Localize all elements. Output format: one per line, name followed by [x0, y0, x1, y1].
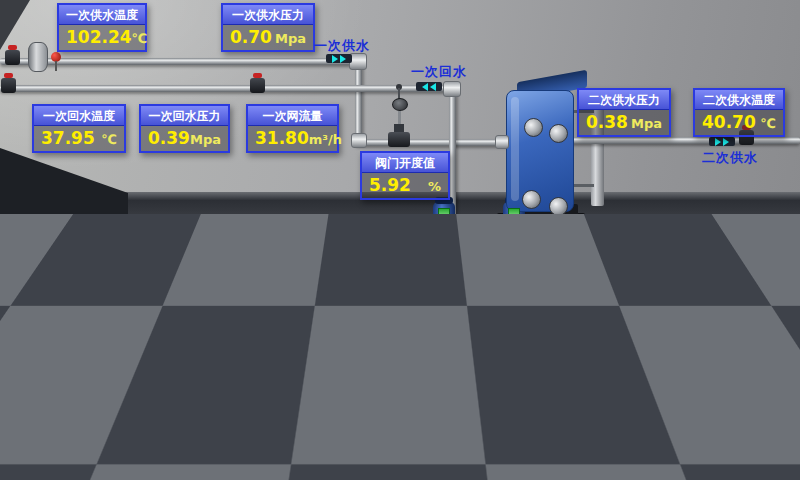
flow-arrow-icon	[709, 137, 735, 146]
readout-unit: Mpa	[190, 132, 221, 147]
readout-value: 31.80	[255, 128, 309, 148]
readout-title: 阀门开度值	[362, 153, 448, 173]
readout-title: 一次网流量	[248, 106, 337, 126]
pump-motor-cap	[227, 385, 243, 391]
readout-primary-supply-pressure[interactable]: 一次供水压力0.70Mpa	[221, 3, 315, 52]
pipe-pump-manifold-lower	[418, 275, 564, 282]
flow-arrow-icon	[486, 291, 512, 300]
readout-value: 102.24	[66, 27, 132, 47]
ball-valve[interactable]	[544, 306, 559, 321]
readout-primary-flow[interactable]: 一次网流量31.80m³/h	[246, 104, 339, 153]
readout-unit: ℃	[101, 132, 117, 147]
pump-flange	[250, 423, 265, 434]
readout-title: 一次回水压力	[141, 106, 228, 126]
readout-value-row: 0.27Mpa	[579, 265, 669, 290]
flow-arrow-icon	[524, 327, 550, 336]
pump-status-indicator	[230, 394, 241, 411]
pipe-secondary-supply	[558, 137, 800, 144]
pipe-tee-joint	[443, 81, 461, 97]
readout-value: 5.92	[369, 175, 411, 195]
pump-motor-cap	[239, 322, 255, 328]
flow-arrow-icon	[326, 54, 352, 63]
readout-title: 二次回水温度	[695, 245, 783, 265]
pipe-elbow-joint	[351, 133, 367, 148]
readout-primary-return-pressure[interactable]: 一次回水压力0.39Mpa	[139, 104, 230, 153]
pump-status-indicator	[508, 208, 520, 227]
pipe-makeup-main	[339, 387, 611, 394]
readout-secondary-return-pressure[interactable]: 二次回水压力0.27Mpa	[577, 243, 671, 292]
shutoff-valve[interactable]	[250, 78, 265, 93]
control-valve-handwheel[interactable]	[392, 98, 408, 111]
makeup-pump-1[interactable]	[234, 352, 260, 370]
pump-flange	[218, 360, 233, 371]
flow-arrow-icon	[416, 82, 442, 91]
pipe-label-secondary-supply: 二次供水	[702, 149, 758, 167]
makeup-pump-2[interactable]	[222, 415, 248, 433]
tank-manhole	[28, 356, 72, 400]
readout-value: 0.39	[148, 128, 190, 148]
readout-value-row: 102.24℃	[59, 25, 145, 50]
pipe-tank-fill	[148, 330, 556, 336]
readout-unit: ℃	[760, 116, 776, 131]
readout-unit: Mpa	[631, 271, 662, 286]
readout-value: 36.63	[702, 267, 756, 287]
pipe-manifold-link	[482, 239, 489, 279]
readout-value-row: 36.63℃	[695, 265, 783, 290]
exchanger-port	[549, 197, 568, 216]
readout-value: 37.95	[41, 128, 95, 148]
control-valve[interactable]	[388, 132, 410, 147]
readout-value-row: 31.80m³/h	[248, 126, 337, 151]
flow-arrow-icon	[580, 385, 606, 394]
pump-status-indicator	[242, 331, 253, 348]
pump-flange	[206, 423, 221, 434]
readout-value-row: 0.39Mpa	[141, 126, 228, 151]
readout-title: 二次供水压力	[579, 90, 669, 110]
tank-ladder	[150, 298, 173, 464]
exchanger-port	[549, 124, 568, 143]
readout-secondary-supply-pressure[interactable]: 二次供水压力0.38Mpa	[577, 88, 671, 137]
plate-heat-exchanger[interactable]	[506, 90, 574, 212]
readout-title: 一次供水压力	[223, 5, 313, 25]
flex-joint	[495, 135, 509, 149]
pump-status-indicator	[438, 208, 450, 227]
readout-secondary-return-temp[interactable]: 二次回水温度36.63℃	[693, 243, 785, 292]
readout-value: 0.27	[586, 267, 628, 287]
shutoff-valve[interactable]	[1, 78, 16, 93]
pipe-tank-outlet	[148, 395, 204, 402]
tank-manhole	[85, 354, 125, 394]
readout-makeup-pump-freq[interactable]: 补水泵频率33.88Hz	[276, 378, 372, 427]
readout-unit: m³/h	[309, 132, 342, 147]
readout-value-row: 33.88Hz	[278, 400, 370, 425]
readout-title: 补水泵频率	[278, 380, 370, 400]
readout-unit: Mpa	[275, 31, 306, 46]
shutoff-valve[interactable]	[5, 50, 20, 65]
exchanger-port	[524, 118, 543, 137]
readout-unit: %	[428, 179, 441, 194]
pipe-label-primary-supply: 一次供水	[314, 37, 370, 55]
pipe-label-secondary-return: 二次回水	[711, 308, 767, 326]
pipe-makeup-riser	[607, 297, 611, 437]
readout-value: 0.70	[230, 27, 272, 47]
readout-value-row: 0.38Mpa	[579, 110, 669, 135]
readout-unit: ℃	[132, 31, 148, 46]
readout-value: 0.38	[586, 112, 628, 132]
readout-tank-level[interactable]: 水箱液位高度1.10m³	[33, 299, 138, 348]
water-tank[interactable]	[0, 328, 150, 474]
pipe-label-makeup: 补水	[578, 399, 606, 417]
readout-value-row: 5.92%	[362, 173, 448, 198]
readout-valve-opening[interactable]: 阀门开度值5.92%	[360, 151, 450, 200]
pipe-primary-return	[0, 85, 456, 92]
pipe-secondary-return-riser	[466, 276, 473, 296]
readout-primary-return-temp[interactable]: 一次回水温度37.95℃	[32, 104, 126, 153]
readout-title: 二次回水压力	[579, 245, 669, 265]
readout-unit: Hz	[345, 406, 363, 421]
strainer	[28, 42, 48, 72]
pipe-exchanger-right-drop	[553, 205, 560, 279]
readout-primary-supply-temp[interactable]: 一次供水温度102.24℃	[57, 3, 147, 52]
readout-title: 二次供水温度	[695, 90, 783, 110]
readout-unit: ℃	[760, 271, 776, 286]
readout-value: 1.10	[42, 323, 84, 343]
hmi-scada-screen: 一次供水温度102.24℃一次供水压力0.70Mpa一次回水温度37.95℃一次…	[0, 0, 800, 480]
readout-secondary-supply-temp[interactable]: 二次供水温度40.70℃	[693, 88, 785, 137]
exchanger-port	[522, 190, 541, 209]
